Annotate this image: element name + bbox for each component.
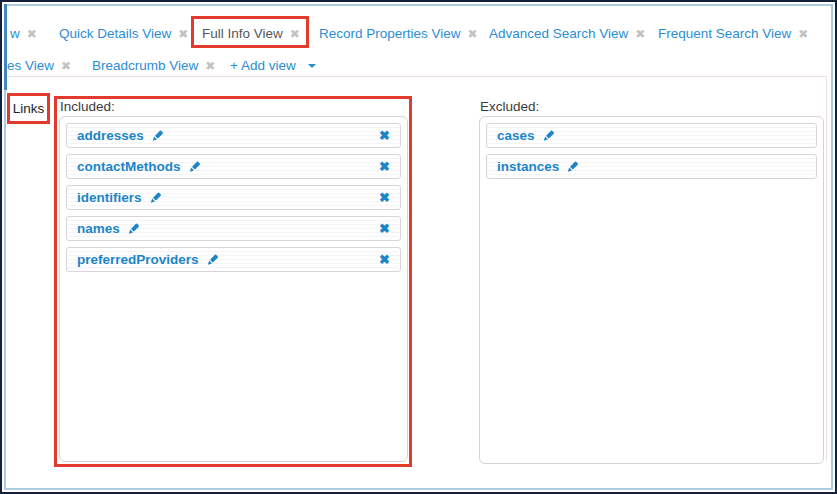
tab-full-info-view[interactable]: Full Info View ✖ — [202, 26, 300, 41]
tab-quick-details-view[interactable]: Quick Details View ✖ — [59, 26, 188, 41]
tab-truncated-view[interactable]: w ✖ — [10, 26, 37, 41]
list-item-identifiers[interactable]: identifiers ✖ — [66, 185, 401, 210]
close-icon[interactable]: ✖ — [290, 28, 300, 40]
caret-down-icon — [308, 64, 316, 68]
list-item-addresses[interactable]: addresses ✖ — [66, 123, 401, 148]
item-label: instances — [497, 159, 559, 174]
edit-pencil-icon[interactable] — [187, 160, 201, 174]
tab-label: Record Properties View — [319, 26, 461, 41]
close-icon[interactable]: ✖ — [61, 60, 71, 72]
tab-label: Breadcrumb View — [92, 58, 198, 73]
item-label: names — [77, 221, 120, 236]
remove-item-icon[interactable]: ✖ — [379, 129, 390, 142]
included-panel: addresses ✖ contactMethods ✖ identifiers — [59, 116, 408, 462]
tab-label: Quick Details View — [59, 26, 171, 41]
tab-breadcrumb-view[interactable]: Breadcrumb View ✖ — [92, 58, 215, 73]
tab-label: Frequent Search View — [658, 26, 791, 41]
remove-item-icon[interactable]: ✖ — [379, 222, 390, 235]
edit-pencil-icon[interactable] — [148, 191, 162, 205]
edit-pencil-icon[interactable] — [126, 222, 140, 236]
add-view-label: + Add view — [230, 58, 296, 73]
remove-item-icon[interactable]: ✖ — [379, 253, 390, 266]
close-icon[interactable]: ✖ — [178, 28, 188, 40]
edit-pencil-icon[interactable] — [205, 253, 219, 267]
item-label: contactMethods — [77, 159, 181, 174]
tab-label: Full Info View — [202, 26, 283, 41]
tab-label: es View — [7, 58, 54, 73]
tab-label: w — [10, 26, 20, 41]
list-item-instances[interactable]: instances — [486, 154, 817, 179]
links-annotation-badge: Links — [7, 93, 50, 124]
add-view-button[interactable]: + Add view — [230, 58, 316, 73]
left-accent-bar — [4, 4, 7, 90]
close-icon[interactable]: ✖ — [205, 60, 215, 72]
close-icon[interactable]: ✖ — [468, 28, 478, 40]
edit-pencil-icon[interactable] — [150, 129, 164, 143]
list-item-preferredProviders[interactable]: preferredProviders ✖ — [66, 247, 401, 272]
close-icon[interactable]: ✖ — [635, 28, 645, 40]
included-heading: Included: — [60, 99, 115, 114]
tab-advanced-search-view[interactable]: Advanced Search View ✖ — [489, 26, 645, 41]
tab-truncated-es-view[interactable]: es View ✖ — [7, 58, 71, 73]
tab-record-properties-view[interactable]: Record Properties View ✖ — [319, 26, 478, 41]
tab-frequent-search-view[interactable]: Frequent Search View ✖ — [658, 26, 808, 41]
remove-item-icon[interactable]: ✖ — [379, 160, 390, 173]
list-item-cases[interactable]: cases — [486, 123, 817, 148]
item-label: addresses — [77, 128, 144, 143]
edit-pencil-icon[interactable] — [565, 160, 579, 174]
close-icon[interactable]: ✖ — [798, 28, 808, 40]
close-icon[interactable]: ✖ — [27, 28, 37, 40]
item-label: identifiers — [77, 190, 142, 205]
view-editor-screen: w ✖ Quick Details View ✖ Full Info View … — [0, 0, 837, 494]
item-label: preferredProviders — [77, 252, 199, 267]
remove-item-icon[interactable]: ✖ — [379, 191, 390, 204]
excluded-panel: cases instances — [479, 116, 824, 464]
list-item-contactMethods[interactable]: contactMethods ✖ — [66, 154, 401, 179]
excluded-heading: Excluded: — [480, 99, 539, 114]
tab-label: Advanced Search View — [489, 26, 628, 41]
links-label: Links — [13, 101, 45, 116]
list-item-names[interactable]: names ✖ — [66, 216, 401, 241]
edit-pencil-icon[interactable] — [541, 129, 555, 143]
item-label: cases — [497, 128, 535, 143]
